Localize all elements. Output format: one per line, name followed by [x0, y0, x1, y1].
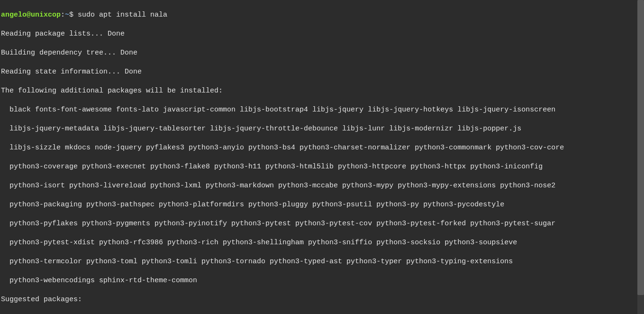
output-line: python3-pytest-xdist python3-rfc3986 pyt…: [1, 238, 643, 248]
scrollbar-thumb[interactable]: [637, 0, 644, 295]
output-line: python3-pyflakes python3-pygments python…: [1, 219, 643, 229]
output-line: libjs-jquery-metadata libjs-jquery-table…: [1, 124, 643, 134]
output-line: Building dependency tree... Done: [1, 48, 643, 58]
prompt-user: angelo@unixcop: [1, 11, 61, 19]
output-line: python3-coverage python3-execnet python3…: [1, 162, 643, 172]
output-line: python3-isort python3-livereload python3…: [1, 181, 643, 191]
command-text: sudo apt install nala: [78, 11, 167, 19]
output-line: python3-webencodings sphinx-rtd-theme-co…: [1, 276, 643, 286]
output-line: libjs-sizzle mkdocs node-jquery pyflakes…: [1, 143, 643, 153]
terminal-output[interactable]: angelo@unixcop:~$ sudo apt install nala …: [0, 0, 644, 314]
output-line: The following additional packages will b…: [1, 86, 643, 96]
output-line: python3-termcolor python3-toml python3-t…: [1, 257, 643, 267]
prompt-symbol: $: [69, 11, 78, 19]
prompt-line: angelo@unixcop:~$ sudo apt install nala: [1, 10, 643, 20]
output-line: Reading state information... Done: [1, 67, 643, 77]
output-line: python3-packaging python3-pathspec pytho…: [1, 200, 643, 210]
scrollbar-track[interactable]: [637, 0, 644, 314]
output-line: black fonts-font-awesome fonts-lato java…: [1, 105, 643, 115]
output-line: Suggested packages:: [1, 295, 643, 305]
output-line: Reading package lists... Done: [1, 29, 643, 39]
prompt-path: ~: [65, 11, 69, 19]
prompt-separator: :: [61, 11, 65, 19]
